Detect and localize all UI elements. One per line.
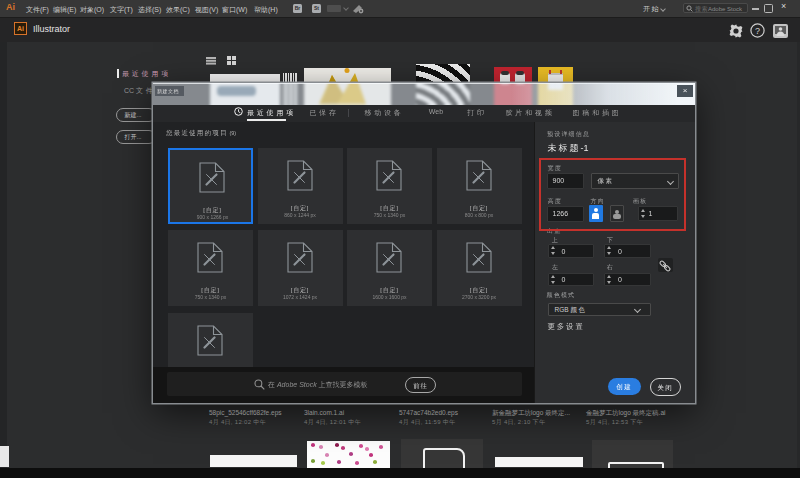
svg-text:?: ? [755,26,760,36]
